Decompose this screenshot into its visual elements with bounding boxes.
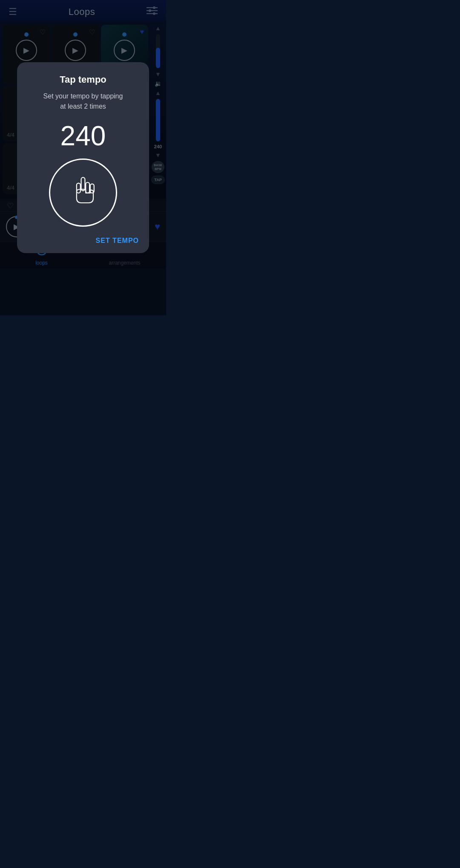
- svg-rect-13: [81, 177, 85, 190]
- modal-actions: SET TEMPO: [27, 237, 139, 245]
- modal-subtitle: Set your tempo by tappingat least 2 time…: [43, 91, 123, 112]
- modal-title: Tap tempo: [60, 74, 106, 85]
- svg-rect-16: [77, 183, 80, 193]
- set-tempo-button[interactable]: SET TEMPO: [96, 237, 139, 245]
- tap-circle-button[interactable]: [49, 159, 117, 227]
- hand-tap-icon: [66, 176, 100, 210]
- modal-bpm-display: 240: [60, 120, 106, 152]
- tap-tempo-modal: Tap tempo Set your tempo by tappingat le…: [17, 62, 149, 253]
- svg-rect-14: [86, 182, 89, 193]
